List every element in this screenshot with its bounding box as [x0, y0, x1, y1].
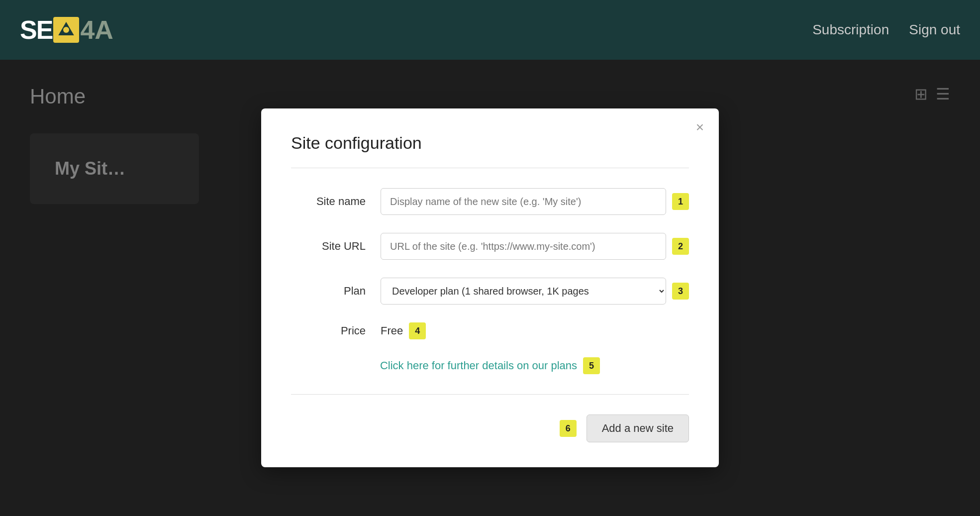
step-badge-2: 2 [672, 238, 689, 255]
site-name-row: Site name 1 [291, 188, 689, 215]
header: SE 4A Subscription Sign out [0, 0, 980, 60]
modal-bottom-divider [291, 394, 689, 395]
subscription-link[interactable]: Subscription [812, 22, 889, 38]
logo-text-se: SE [20, 15, 52, 45]
logo-icon [53, 17, 79, 43]
price-control: Free 4 [381, 322, 689, 339]
price-label: Price [291, 324, 381, 337]
page-content: Home My Sit… ⊞ ☰ × Site configuration Si… [0, 60, 980, 516]
plan-row: Plan Developer plan (1 shared browser, 1… [291, 278, 689, 305]
site-url-label: Site URL [291, 240, 381, 253]
add-site-button[interactable]: Add a new site [587, 414, 689, 442]
svg-point-1 [63, 27, 69, 33]
modal: × Site configuration Site name 1 Site UR… [261, 108, 719, 467]
sign-out-link[interactable]: Sign out [909, 22, 960, 38]
step-badge-3: 3 [672, 283, 689, 300]
header-right: Subscription Sign out [812, 22, 960, 38]
site-url-control: 2 [381, 233, 689, 260]
modal-top-divider [291, 168, 689, 168]
price-value: Free [381, 324, 403, 337]
modal-overlay: × Site configuration Site name 1 Site UR… [0, 60, 980, 516]
modal-title: Site configuration [291, 133, 689, 153]
modal-footer: 6 Add a new site [291, 414, 689, 442]
site-url-input[interactable] [381, 233, 666, 260]
logo-text-4a: 4A [80, 15, 113, 45]
site-name-input[interactable] [381, 188, 666, 215]
logo: SE 4A [20, 15, 113, 45]
step-badge-6: 6 [560, 420, 577, 437]
site-url-row: Site URL 2 [291, 233, 689, 260]
plans-details-link[interactable]: Click here for further details on our pl… [380, 359, 577, 372]
step-badge-1: 1 [672, 193, 689, 210]
step-badge-5: 5 [583, 357, 600, 374]
plan-select[interactable]: Developer plan (1 shared browser, 1K pag… [381, 278, 666, 305]
site-name-label: Site name [291, 195, 381, 208]
plans-link-row: Click here for further details on our pl… [291, 357, 689, 374]
site-name-control: 1 [381, 188, 689, 215]
price-row: Price Free 4 [291, 322, 689, 339]
modal-close-button[interactable]: × [696, 120, 704, 134]
plan-label: Plan [291, 285, 381, 298]
step-badge-4: 4 [409, 322, 426, 339]
plan-control: Developer plan (1 shared browser, 1K pag… [381, 278, 689, 305]
